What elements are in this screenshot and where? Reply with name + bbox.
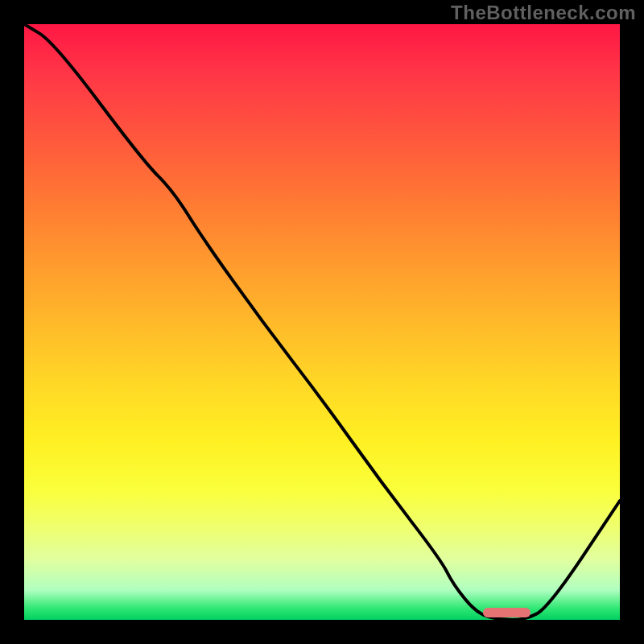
watermark-text: TheBottleneck.com (451, 2, 636, 24)
curve-svg (24, 24, 620, 620)
plot-area (24, 24, 620, 620)
chart-frame: TheBottleneck.com (0, 0, 644, 644)
bottleneck-curve (24, 24, 620, 620)
optimal-marker (483, 608, 530, 617)
